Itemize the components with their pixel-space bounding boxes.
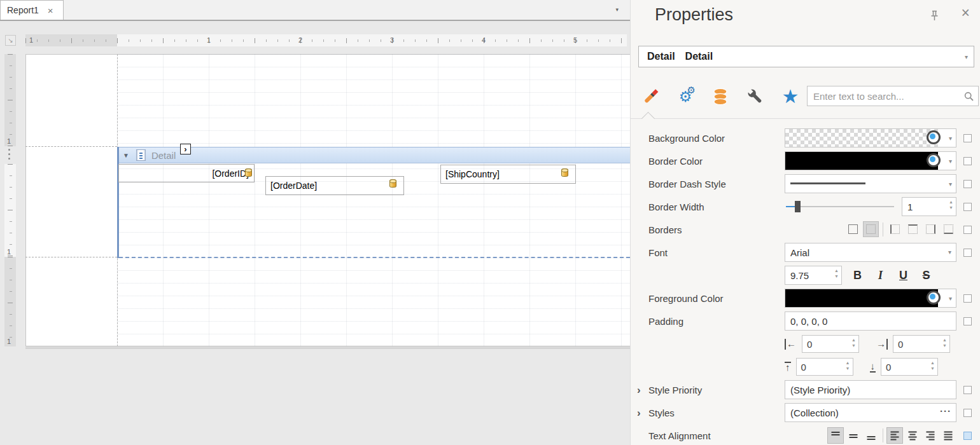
pin-icon[interactable]: [929, 10, 940, 24]
spin-buttons[interactable]: ▲▼: [930, 360, 935, 371]
property-marker-checkbox[interactable]: [963, 409, 972, 417]
property-marker-checkbox[interactable]: [963, 134, 972, 142]
object-selector-combo[interactable]: Detail Detail ▾: [638, 46, 974, 67]
padding-top-spin-editor[interactable]: 0 ▲▼: [796, 358, 853, 376]
chevron-down-icon[interactable]: ▾: [949, 158, 952, 165]
slider-handle[interactable]: [795, 201, 801, 212]
property-row-font-detail: 9.75 ▲ ▼ B I U S: [631, 264, 980, 287]
padding-bottom-spin-editor[interactable]: 0 ▲▼: [881, 358, 938, 376]
property-marker-checkbox[interactable]: [963, 180, 972, 188]
border-top-button[interactable]: [905, 221, 921, 237]
color-picker-icon[interactable]: [927, 291, 941, 305]
report-designer-surface: Report1 × ▾ ↘ 1 1 2 3 4 5 1 1 1: [0, 0, 630, 445]
ruler-number: 5: [572, 36, 578, 44]
label-control-orderdate[interactable]: [OrderDate]: [265, 176, 404, 195]
bold-button[interactable]: B: [850, 266, 865, 284]
property-marker-checkbox[interactable]: [963, 203, 972, 211]
tab-appearance[interactable]: [640, 84, 661, 109]
spin-buttons[interactable]: ▲ ▼: [949, 200, 953, 210]
border-color-editor[interactable]: ▾: [785, 151, 956, 170]
spin-up-icon: ▲: [930, 360, 935, 365]
borders-none-button[interactable]: [863, 221, 879, 237]
align-bottom-button[interactable]: [863, 427, 879, 444]
font-family-combo[interactable]: Arial ▾: [785, 243, 956, 262]
spin-buttons[interactable]: ▲▼: [942, 338, 947, 348]
property-label: Styles: [648, 407, 785, 418]
star-icon: ★: [782, 87, 799, 106]
underline-button[interactable]: U: [895, 266, 911, 284]
italic-button[interactable]: I: [872, 266, 888, 284]
color-picker-icon[interactable]: [927, 130, 941, 144]
band-collapse-icon[interactable]: ▼: [123, 152, 129, 159]
border-dash-style-editor[interactable]: ▾: [785, 174, 956, 193]
align-justify-button[interactable]: [940, 427, 956, 444]
ruler-major-ticks: [25, 38, 627, 43]
border-bottom-button[interactable]: [941, 221, 956, 237]
align-left-button[interactable]: [886, 427, 903, 444]
align-right-button[interactable]: [922, 427, 939, 444]
close-icon[interactable]: ×: [962, 6, 970, 20]
tab-list-dropdown-icon[interactable]: ▾: [615, 6, 619, 13]
property-marker-checkbox[interactable]: [963, 317, 972, 325]
style-priority-editor[interactable]: (Style Priority): [785, 380, 956, 399]
spin-down-icon: ▼: [834, 274, 839, 278]
tab-favorites[interactable]: ★: [780, 84, 801, 109]
detail-band-header[interactable]: ▼ Detail: [117, 147, 630, 163]
property-marker-checkbox[interactable]: [963, 157, 972, 165]
padding-left-spin-editor[interactable]: 0 ▲▼: [802, 335, 859, 353]
search-icon: [964, 92, 974, 104]
chevron-down-icon[interactable]: ▾: [949, 135, 952, 142]
tab-close-icon[interactable]: ×: [48, 6, 53, 15]
align-top-button[interactable]: [827, 427, 844, 444]
borders-all-button[interactable]: [845, 221, 861, 237]
border-right-button[interactable]: [923, 221, 939, 237]
active-tab-caret: [641, 112, 655, 125]
property-marker-checkbox[interactable]: [963, 386, 972, 394]
property-marker-checkbox[interactable]: [963, 294, 972, 303]
band-bottom-selection-line[interactable]: [119, 257, 630, 258]
label-control-orderid[interactable]: [OrderID]: [118, 164, 255, 182]
tab-tools[interactable]: [745, 84, 766, 109]
slider-track[interactable]: [786, 206, 894, 207]
spin-buttons[interactable]: ▲▼: [846, 360, 850, 371]
foreground-color-editor[interactable]: ▾: [785, 289, 956, 308]
panel-title: Properties: [655, 5, 733, 25]
font-size-value: 9.75: [790, 270, 809, 281]
align-center-button[interactable]: [904, 427, 921, 444]
chevron-down-icon[interactable]: ▾: [949, 181, 952, 188]
black-color-swatch: [785, 152, 938, 170]
property-marker-checkbox[interactable]: [963, 432, 972, 440]
ruler-number: 1: [7, 137, 11, 145]
tab-data[interactable]: [710, 84, 731, 109]
background-color-editor[interactable]: ▾: [785, 128, 956, 147]
search-input[interactable]: [808, 86, 978, 106]
band-icon: [136, 149, 146, 161]
strikethrough-button[interactable]: S: [918, 266, 934, 284]
font-size-spin-editor[interactable]: 9.75 ▲ ▼: [785, 266, 842, 285]
spin-buttons[interactable]: ▲▼: [851, 338, 856, 348]
padding-top-icon: ↑: [785, 362, 791, 373]
expander-icon[interactable]: ›: [637, 385, 641, 395]
property-marker-checkbox[interactable]: [963, 249, 972, 257]
chevron-down-icon[interactable]: ▾: [949, 296, 952, 302]
align-middle-button[interactable]: [845, 427, 862, 444]
expander-icon[interactable]: ›: [637, 407, 641, 418]
spin-up-icon: ▲: [942, 338, 947, 342]
ruler-corner-button[interactable]: ↘: [5, 35, 16, 46]
property-marker-checkbox[interactable]: [963, 226, 972, 234]
tab-behavior[interactable]: ⚙ ⚙: [675, 84, 696, 109]
padding-right-spin-editor[interactable]: 0 ▲▼: [893, 335, 950, 353]
color-picker-icon[interactable]: [927, 153, 941, 167]
border-left-button[interactable]: [887, 221, 903, 237]
band-top-edge-line: [25, 146, 117, 147]
band-smart-tag-button[interactable]: ›: [180, 144, 191, 154]
border-width-spin-editor[interactable]: 1 ▲ ▼: [902, 197, 956, 216]
tab-report1[interactable]: Report1 ×: [0, 0, 64, 20]
styles-editor[interactable]: (Collection) ···: [785, 403, 956, 422]
label-control-shipcountry[interactable]: [ShipCountry]: [440, 165, 576, 184]
chevron-down-icon[interactable]: ▾: [948, 249, 951, 256]
band-resize-handle[interactable]: [8, 149, 10, 160]
padding-text-editor[interactable]: 0, 0, 0, 0: [785, 312, 956, 331]
spin-buttons[interactable]: ▲ ▼: [834, 268, 839, 278]
ellipsis-button[interactable]: ···: [940, 406, 951, 416]
